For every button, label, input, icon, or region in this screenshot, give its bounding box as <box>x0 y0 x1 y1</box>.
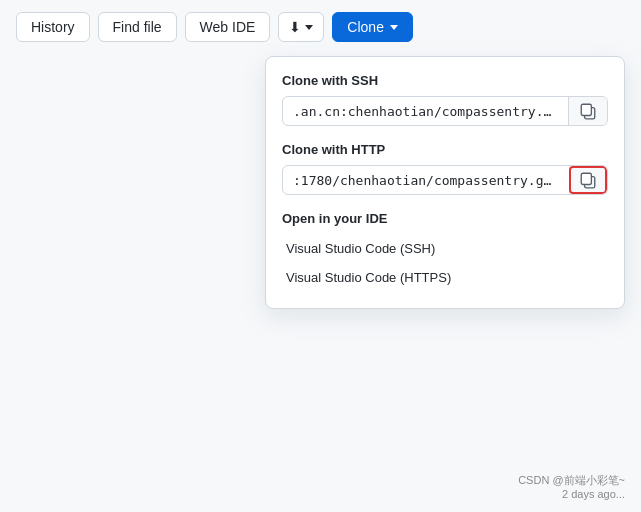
find-file-button[interactable]: Find file <box>98 12 177 42</box>
ide-option-vscode-https[interactable]: Visual Studio Code (HTTPS) <box>282 263 608 292</box>
http-copy-button[interactable] <box>569 166 607 194</box>
copy-icon-ssh <box>579 102 597 120</box>
download-chevron-icon <box>305 25 313 30</box>
clone-button[interactable]: Clone <box>332 12 413 42</box>
watermark: CSDN @前端小彩笔~ 2 days ago... <box>518 473 625 500</box>
ssh-url-input[interactable] <box>283 98 568 125</box>
http-url-input[interactable] <box>283 167 569 194</box>
history-button[interactable]: History <box>16 12 90 42</box>
clone-chevron-icon <box>390 25 398 30</box>
svg-rect-1 <box>581 104 591 115</box>
clone-dropdown-panel: Clone with SSH Clone with HTTP Open in y… <box>265 56 625 309</box>
ssh-section-title: Clone with SSH <box>282 73 608 88</box>
ssh-copy-button[interactable] <box>568 97 607 125</box>
clone-label: Clone <box>347 19 384 35</box>
download-button[interactable]: ⬇ <box>278 12 324 42</box>
http-section-title: Clone with HTTP <box>282 142 608 157</box>
svg-rect-3 <box>581 173 591 184</box>
download-icon: ⬇ <box>289 19 301 35</box>
ssh-clone-field <box>282 96 608 126</box>
ide-section-title: Open in your IDE <box>282 211 608 226</box>
toolbar: History Find file Web IDE ⬇ Clone <box>0 0 641 54</box>
ide-option-vscode-ssh[interactable]: Visual Studio Code (SSH) <box>282 234 608 263</box>
copy-icon-http <box>579 171 597 189</box>
watermark-line1: CSDN @前端小彩笔~ <box>518 473 625 488</box>
watermark-line2: 2 days ago... <box>518 488 625 500</box>
web-ide-button[interactable]: Web IDE <box>185 12 271 42</box>
http-clone-field <box>282 165 608 195</box>
